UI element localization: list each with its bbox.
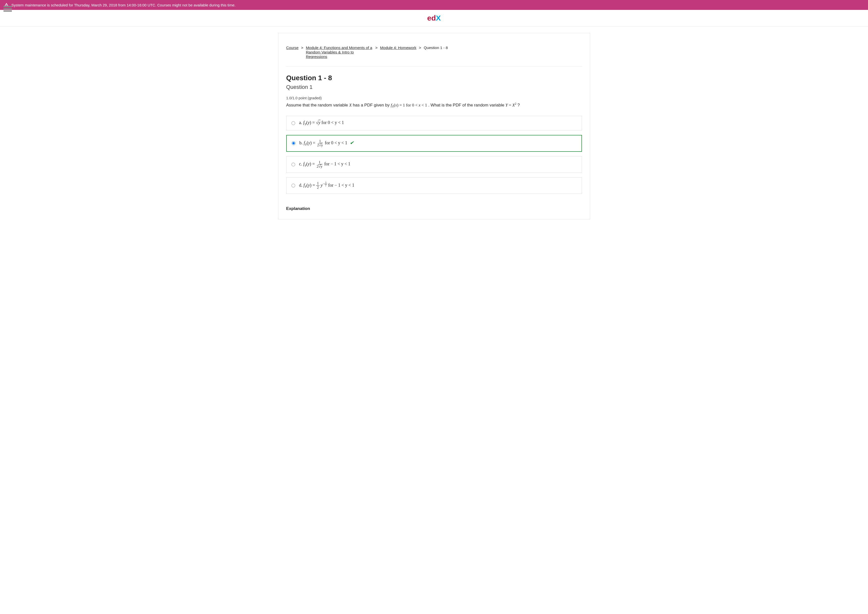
points-label: 1.0/1.0 point (graded)	[286, 96, 582, 100]
choice-d-math: d. fY(y) = 12 y−32 for − 1 < y < 1	[299, 181, 354, 190]
hamburger-menu-icon[interactable]	[3, 5, 12, 12]
chevron-right-icon: >	[419, 45, 421, 50]
choice-c[interactable]: c. fY(y) = 12√y for − 1 < y < 1	[286, 156, 582, 173]
radio-a[interactable]	[292, 121, 295, 125]
choice-a-math: a. fY(y) = √y for 0 < y < 1	[299, 120, 344, 126]
choice-c-math: c. fY(y) = 12√y for − 1 < y < 1	[299, 160, 351, 169]
choice-a[interactable]: a. fY(y) = √y for 0 < y < 1	[286, 116, 582, 130]
chevron-right-icon: >	[301, 45, 303, 50]
math-y-eq-x2: Y = X2	[505, 103, 516, 107]
breadcrumb-course[interactable]: Course	[286, 45, 299, 50]
edx-logo[interactable]: edX	[427, 14, 441, 22]
logo-bar: edX	[0, 10, 868, 26]
choice-b[interactable]: b. fY(y) = 12√y for 0 < y < 1 ✔	[286, 135, 582, 152]
chevron-right-icon: >	[375, 45, 377, 50]
breadcrumb-current: Question 1 - 8	[424, 45, 448, 50]
explanation-heading: Explanation	[286, 206, 582, 211]
choice-d[interactable]: d. fY(y) = 12 y−32 for − 1 < y < 1	[286, 177, 582, 194]
maintenance-banner: System maintenance is scheduled for Thur…	[0, 0, 868, 10]
check-icon: ✔	[350, 140, 354, 145]
radio-d[interactable]	[292, 184, 295, 188]
question-number: Question 1	[286, 84, 582, 90]
question-prompt: Assume that the random variable X has a …	[286, 101, 582, 109]
choice-b-math: b. fY(y) = 12√y for 0 < y < 1 ✔	[300, 140, 354, 147]
radio-b[interactable]	[292, 141, 295, 145]
banner-text: System maintenance is scheduled for Thur…	[11, 3, 236, 7]
math-var-x: X	[349, 103, 352, 107]
content-panel: Course > Module 4: Functions and Moments…	[278, 33, 590, 219]
breadcrumb-homework[interactable]: Module 4: Homework	[380, 45, 416, 50]
math-pdf-fx: fX(x) = 1 for 0 < x < 1	[391, 103, 427, 107]
breadcrumb-module[interactable]: Module 4: Functions and Moments of a Ran…	[306, 45, 373, 59]
page-title: Question 1 - 8	[286, 74, 582, 82]
breadcrumb: Course > Module 4: Functions and Moments…	[286, 45, 582, 67]
radio-c[interactable]	[292, 163, 295, 166]
